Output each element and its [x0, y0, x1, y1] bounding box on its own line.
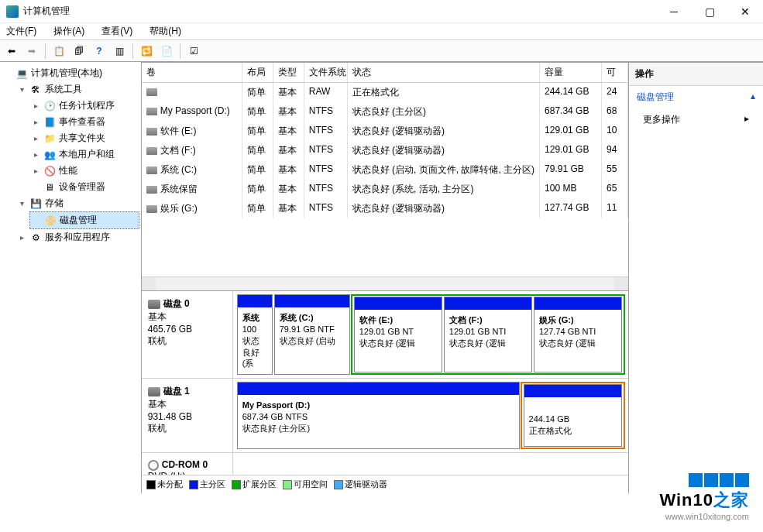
app-icon	[6, 5, 19, 18]
tree-system-tools[interactable]: ▾🛠 系统工具	[15, 81, 139, 98]
menubar: 文件(F) 操作(A) 查看(V) 帮助(H)	[0, 23, 763, 40]
chevron-right-icon: ▸	[744, 113, 749, 126]
cdrom-icon	[148, 460, 159, 471]
volume-row[interactable]: 简单基本RAW正在格式化244.14 GB24	[142, 83, 628, 102]
tree-task-scheduler[interactable]: ▸🕑任务计划程序	[29, 98, 139, 114]
close-button[interactable]: ✕	[727, 0, 763, 23]
col-volume[interactable]: 卷	[142, 63, 242, 82]
window-controls: ─ ▢ ✕	[656, 0, 763, 23]
actions-section[interactable]: 磁盘管理▴	[629, 86, 763, 108]
maximize-button[interactable]: ▢	[692, 0, 727, 23]
tree-pane[interactable]: 💻 计算机管理(本地) ▾🛠 系统工具 ▸🕑任务计划程序 ▸📘事件查看器 ▸📁共…	[0, 62, 142, 493]
partition[interactable]: My Passport (D:)687.34 GB NTFS状态良好 (主分区)	[237, 382, 520, 449]
disk-row-0[interactable]: 磁盘 0 基本 465.76 GB 联机 系统100状态良好 (系 系统 (C:…	[142, 291, 628, 379]
col-layout[interactable]: 布局	[242, 63, 273, 82]
partition[interactable]: 软件 (E:)129.01 GB NT状态良好 (逻辑	[354, 297, 442, 372]
tree-device-manager[interactable]: 🖥设备管理器	[29, 179, 139, 195]
partition[interactable]: 系统100状态良好 (系	[237, 294, 273, 375]
actions-pane: 操作 磁盘管理▴ 更多操作▸	[629, 62, 763, 493]
partition[interactable]: 娱乐 (G:)127.74 GB NTI状态良好 (逻辑	[534, 297, 622, 372]
tree-event-viewer[interactable]: ▸📘事件查看器	[29, 114, 139, 130]
disk-icon	[148, 300, 160, 309]
menu-operate[interactable]: 操作(A)	[50, 23, 88, 39]
volume-row[interactable]: 娱乐 (G:)简单基本NTFS状态良好 (逻辑驱动器)127.74 GB11	[142, 199, 628, 218]
actions-header: 操作	[629, 62, 763, 86]
partition[interactable]: 244.14 GB正在格式化	[524, 384, 623, 447]
window-title: 计算机管理	[23, 5, 70, 18]
col-fs[interactable]: 文件系统	[304, 63, 348, 82]
tree-storage[interactable]: ▾💾 存储	[15, 195, 139, 211]
col-status[interactable]: 状态	[348, 63, 540, 82]
disk-row-cdrom[interactable]: CD-ROM 0 DVD (H:)	[142, 453, 628, 475]
back-button[interactable]: ⬅	[3, 43, 20, 60]
menu-file[interactable]: 文件(F)	[3, 23, 40, 39]
content-pane: 卷 布局 类型 文件系统 状态 容量 可 简单基本RAW正在格式化244.14 …	[142, 62, 629, 493]
tree-root[interactable]: 💻 计算机管理(本地)	[2, 65, 139, 81]
col-free[interactable]: 可	[602, 63, 628, 82]
tree-root-label: 计算机管理(本地)	[31, 67, 102, 80]
volume-row[interactable]: My Passport (D:)简单基本NTFS状态良好 (主分区)687.34…	[142, 102, 628, 122]
tool-btn-1[interactable]: 📋	[50, 43, 67, 60]
tree-shared-folders[interactable]: ▸📁共享文件夹	[29, 130, 139, 146]
toolbar: ⬅ ➡ 📋 🗐 ? ▥ 🔁 📄 ☑	[0, 40, 763, 62]
disk-row-1[interactable]: 磁盘 1 基本 931.48 GB 联机 My Passport (D:)687…	[142, 379, 628, 453]
tool-btn-6[interactable]: ☑	[185, 43, 202, 60]
legend: 未分配 主分区 扩展分区 可用空间 逻辑驱动器	[142, 475, 628, 493]
tool-btn-3[interactable]: ▥	[111, 43, 128, 60]
forward-button[interactable]: ➡	[23, 43, 40, 60]
partition[interactable]: 文档 (F:)129.01 GB NTI状态良好 (逻辑	[444, 297, 532, 372]
partition[interactable]: 系统 (C:)79.91 GB NTF状态良好 (启动	[274, 294, 350, 375]
tree-local-users[interactable]: ▸👥本地用户和组	[29, 146, 139, 163]
tree-services[interactable]: ▸⚙ 服务和应用程序	[15, 229, 139, 245]
help-icon[interactable]: ?	[91, 43, 108, 60]
tool-btn-4[interactable]: 🔁	[138, 43, 155, 60]
disk-icon	[148, 387, 160, 396]
horizontal-scrollbar[interactable]	[142, 276, 628, 290]
disk-info-1: 磁盘 1 基本 931.48 GB 联机	[142, 379, 233, 452]
disk-panel[interactable]: 磁盘 0 基本 465.76 GB 联机 系统100状态良好 (系 系统 (C:…	[142, 290, 628, 475]
minimize-button[interactable]: ─	[656, 0, 692, 23]
col-type[interactable]: 类型	[273, 63, 304, 82]
tree-disk-management[interactable]: 📀磁盘管理	[29, 211, 139, 229]
volume-list[interactable]: 简单基本RAW正在格式化244.14 GB24My Passport (D:)简…	[142, 83, 628, 276]
tool-btn-5[interactable]: 📄	[158, 43, 175, 60]
volume-row[interactable]: 系统 (C:)简单基本NTFS状态良好 (启动, 页面文件, 故障转储, 主分区…	[142, 160, 628, 180]
volume-row[interactable]: 文档 (F:)简单基本NTFS状态良好 (逻辑驱动器)129.01 GB94	[142, 141, 628, 160]
collapse-icon: ▴	[751, 91, 755, 104]
disk-info-cdrom: CD-ROM 0 DVD (H:)	[142, 453, 233, 475]
titlebar: 计算机管理 ─ ▢ ✕	[0, 0, 763, 23]
action-more[interactable]: 更多操作▸	[629, 108, 763, 131]
volume-row[interactable]: 软件 (E:)简单基本NTFS状态良好 (逻辑驱动器)129.01 GB10	[142, 122, 628, 141]
menu-help[interactable]: 帮助(H)	[146, 23, 184, 39]
volume-row[interactable]: 系统保留简单基本NTFS状态良好 (系统, 活动, 主分区)100 MB65	[142, 180, 628, 199]
disk-info-0: 磁盘 0 基本 465.76 GB 联机	[142, 291, 233, 378]
menu-view[interactable]: 查看(V)	[98, 23, 136, 39]
tree-performance[interactable]: ▸🚫性能	[29, 163, 139, 179]
col-capacity[interactable]: 容量	[540, 63, 602, 82]
volume-header[interactable]: 卷 布局 类型 文件系统 状态 容量 可	[142, 62, 628, 83]
tool-btn-2[interactable]: 🗐	[70, 43, 88, 60]
